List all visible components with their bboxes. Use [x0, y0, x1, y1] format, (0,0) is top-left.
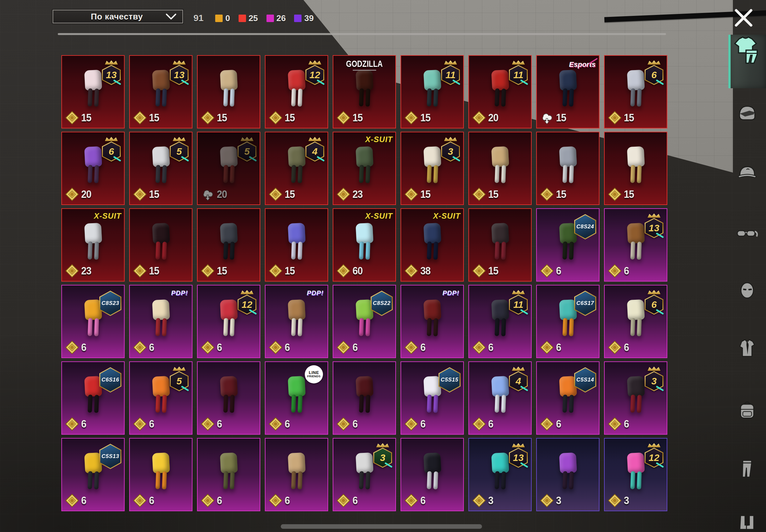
price-value: 6: [624, 418, 629, 430]
line-friends-badge: LINEFRIENDS: [305, 365, 323, 383]
item-card[interactable]: 66: [604, 285, 667, 358]
level-badge: 12: [644, 443, 664, 468]
item-card[interactable]: 1315: [129, 55, 192, 128]
gold-coin-icon: [336, 111, 350, 125]
sidebar-tab-boots[interactable]: [736, 512, 759, 532]
item-card[interactable]: 415: [265, 132, 328, 205]
item-card[interactable]: 116: [468, 285, 532, 358]
item-card[interactable]: 15: [197, 208, 260, 282]
item-card[interactable]: 615: [604, 55, 667, 128]
price-value: 6: [488, 341, 493, 354]
item-card[interactable]: 1315: [61, 55, 125, 128]
item-card[interactable]: X-SUIT38: [401, 208, 464, 282]
item-card[interactable]: 515: [129, 132, 192, 205]
sidebar-tab-glasses[interactable]: [736, 222, 759, 245]
sidebar-tab-mask[interactable]: [736, 278, 759, 302]
outfit-figure: [220, 453, 237, 489]
outfit-figure: [152, 453, 169, 489]
outfit-figure: [560, 147, 577, 183]
item-card[interactable]: 1115: [401, 55, 464, 128]
sidebar-tab-backpack[interactable]: [736, 398, 759, 422]
price-value: 15: [149, 112, 159, 124]
item-card[interactable]: 15: [129, 208, 192, 282]
item-card[interactable]: C5S136: [61, 438, 125, 511]
item-card[interactable]: C8S226: [333, 285, 396, 358]
item-card[interactable]: 6: [129, 438, 192, 511]
item-card[interactable]: 15: [468, 132, 532, 205]
item-card[interactable]: 36: [604, 361, 667, 435]
price-value: 6: [556, 418, 561, 430]
item-card[interactable]: 15: [536, 132, 600, 205]
gold-coin-icon: [269, 417, 282, 431]
item-card[interactable]: 36: [333, 438, 396, 511]
price-value: 6: [285, 418, 290, 430]
item-card[interactable]: X-SUIT60: [333, 208, 396, 282]
item-card[interactable]: C5S156: [401, 361, 464, 435]
item-card[interactable]: 620: [61, 132, 125, 205]
item-card[interactable]: X-SUIT23: [61, 208, 125, 282]
item-card[interactable]: 6: [197, 361, 260, 435]
item-card[interactable]: 6: [333, 361, 396, 435]
sidebar-tab-shirt[interactable]: [736, 337, 759, 360]
item-card[interactable]: 123: [604, 438, 667, 511]
price: 15: [608, 111, 635, 125]
item-card[interactable]: 6: [401, 438, 464, 511]
item-card[interactable]: 133: [468, 438, 532, 511]
top-scroll-indicator[interactable]: [58, 33, 666, 35]
item-card[interactable]: PDP!6: [265, 285, 328, 358]
item-card[interactable]: C8S246: [536, 208, 600, 282]
price: 15: [608, 187, 635, 201]
price: 6: [540, 341, 562, 354]
item-card[interactable]: C6S176: [536, 285, 600, 358]
gold-coin-icon: [608, 264, 622, 278]
outfit-figure: [492, 453, 509, 489]
item-card[interactable]: C6S166: [61, 361, 125, 435]
item-card[interactable]: 56: [129, 361, 192, 435]
legend-item: 39: [294, 13, 313, 23]
item-card[interactable]: 1215: [265, 55, 328, 128]
item-card[interactable]: PDP!6: [129, 285, 192, 358]
item-card[interactable]: 315: [401, 132, 464, 205]
item-card[interactable]: 15: [468, 208, 532, 282]
item-card[interactable]: Esports15: [536, 55, 600, 128]
item-card[interactable]: C8S236: [61, 285, 125, 358]
item-card[interactable]: 15: [197, 55, 260, 128]
outfit-figure: [492, 223, 509, 260]
sidebar-tab-pants[interactable]: [736, 457, 759, 480]
price-value: 20: [217, 188, 227, 200]
item-card[interactable]: 6: [265, 438, 328, 511]
item-card[interactable]: 46: [468, 361, 532, 435]
item-card[interactable]: PDP!6: [401, 285, 464, 358]
item-card[interactable]: 136: [604, 208, 667, 282]
gold-coin-icon: [608, 494, 622, 507]
close-icon: [732, 25, 755, 30]
gold-coin-icon: [133, 264, 147, 278]
sidebar-tab-cap[interactable]: [736, 162, 759, 185]
item-card[interactable]: 520: [197, 132, 260, 205]
outfit-figure: [560, 376, 577, 413]
sidebar-tab-outfit[interactable]: [728, 35, 766, 88]
gold-coin-icon: [472, 341, 486, 354]
bottom-scrollbar[interactable]: [281, 524, 482, 529]
item-card[interactable]: 6: [197, 438, 260, 511]
price: 15: [133, 264, 160, 278]
outfit-figure: [424, 300, 441, 336]
item-card[interactable]: 15: [265, 208, 328, 282]
item-card[interactable]: LINEFRIENDS6: [265, 361, 328, 435]
item-card[interactable]: X-SUIT23: [333, 132, 396, 205]
sort-dropdown[interactable]: По качеству: [53, 10, 183, 23]
price: 15: [133, 187, 160, 201]
item-card[interactable]: GODZILLA15: [333, 55, 396, 128]
sidebar-tab-helmet[interactable]: [736, 102, 759, 125]
gold-coin-icon: [405, 494, 418, 507]
item-card[interactable]: 126: [197, 285, 260, 358]
item-card[interactable]: 1120: [468, 55, 532, 128]
close-button[interactable]: [732, 6, 755, 29]
item-card[interactable]: 3: [536, 438, 600, 511]
item-card[interactable]: C5S146: [536, 361, 600, 435]
rarity-swatch: [238, 15, 246, 22]
price: 6: [65, 417, 87, 431]
price-value: 6: [217, 341, 222, 354]
level-badge: 5: [237, 137, 257, 162]
item-card[interactable]: 15: [604, 132, 667, 205]
